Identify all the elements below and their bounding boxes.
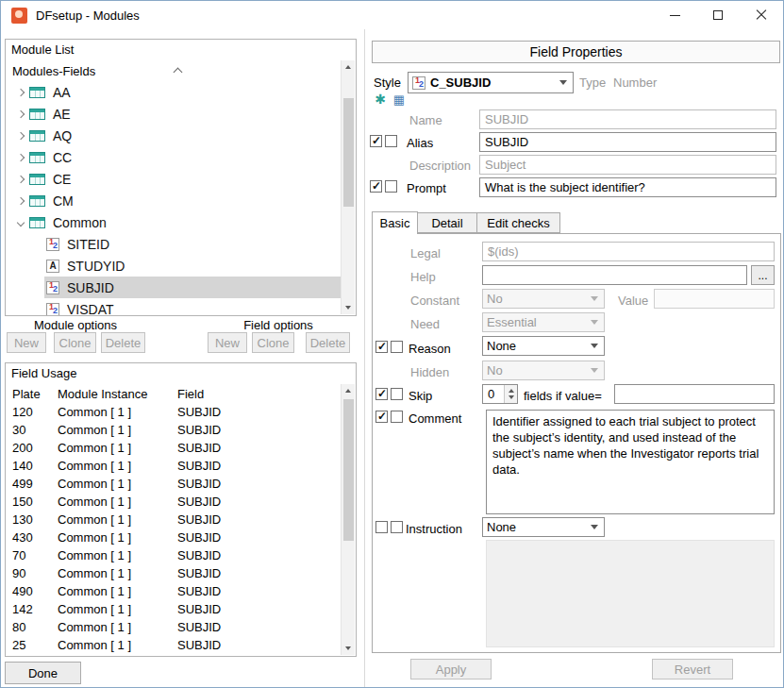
alias-checkbox-2[interactable]: [385, 135, 397, 147]
field-usage-row[interactable]: 130Common [ 1 ]SUBJID: [7, 511, 342, 529]
field-delete-button[interactable]: Delete: [306, 332, 350, 353]
maximize-icon: [713, 10, 723, 20]
field-usage-row[interactable]: 430Common [ 1 ]SUBJID: [7, 529, 342, 546]
tree-header[interactable]: Modules-Fields: [7, 60, 342, 81]
expand-arrow-icon[interactable]: [12, 176, 29, 182]
module-delete-button[interactable]: Delete: [101, 332, 145, 353]
field-usage-row[interactable]: 25Common [ 1 ]SUBJID: [7, 636, 342, 654]
prompt-input[interactable]: What is the subject identifier?: [479, 177, 776, 197]
module-clone-button[interactable]: Clone: [54, 332, 96, 353]
field-usage-row[interactable]: 70Common [ 1 ]SUBJID: [7, 546, 342, 564]
cell: Common [ 1 ]: [58, 405, 177, 419]
tree-item-ce[interactable]: CE: [7, 168, 342, 190]
field-usage-row[interactable]: 120Common [ 1 ]SUBJID: [7, 403, 342, 421]
instruction-textarea[interactable]: [486, 540, 775, 647]
tree-scrollbar-thumb[interactable]: [343, 98, 354, 207]
tree-item-aq[interactable]: AQ: [7, 125, 342, 146]
skip-value-input[interactable]: [614, 384, 775, 404]
usage-scrollbar-thumb[interactable]: [343, 399, 354, 541]
cell: Common [ 1 ]: [58, 602, 177, 616]
legal-input[interactable]: $(ids): [482, 242, 775, 261]
spinner-arrows-icon[interactable]: [504, 385, 517, 403]
module-new-button[interactable]: New: [7, 332, 46, 353]
field-usage-row[interactable]: 142Common [ 1 ]SUBJID: [7, 600, 342, 618]
reason-dropdown[interactable]: None: [482, 336, 605, 356]
field-usage-row[interactable]: 140Common [ 1 ]SUBJID: [7, 457, 342, 475]
revert-button[interactable]: Revert: [652, 659, 733, 680]
alias-input[interactable]: SUBJID: [479, 132, 776, 152]
hidden-dropdown[interactable]: No: [482, 361, 605, 380]
column-header: Module Instance: [58, 387, 177, 401]
tree-item-studyid[interactable]: ASTUDYID: [44, 255, 342, 277]
maximize-button[interactable]: [696, 1, 740, 29]
tree-item-aa[interactable]: AA: [7, 81, 342, 103]
comment-label: Comment: [409, 411, 461, 426]
prompt-checkbox-1[interactable]: [370, 180, 382, 193]
tree-item-common[interactable]: Common: [7, 211, 342, 233]
skip-checkbox-1[interactable]: [375, 388, 388, 400]
reason-checkbox-1[interactable]: [375, 341, 388, 353]
help-browse-button[interactable]: ...: [751, 265, 775, 285]
style-dropdown[interactable]: 12 C_SUBJID: [408, 72, 574, 93]
prompt-checkbox-2[interactable]: [385, 180, 397, 193]
scroll-down-icon[interactable]: [342, 301, 355, 314]
cell: SUBJID: [177, 584, 342, 598]
skip-count-spinner[interactable]: 0: [482, 384, 518, 404]
scroll-up-icon[interactable]: [342, 384, 355, 397]
instruction-dropdown[interactable]: None: [482, 517, 605, 537]
comment-textarea[interactable]: Identifier assigned to each trial subjec…: [486, 410, 775, 514]
close-button[interactable]: [740, 1, 783, 29]
comment-checkbox-1[interactable]: [375, 411, 388, 423]
pinwheel-icon[interactable]: ✱: [373, 92, 388, 107]
tree-item-siteid[interactable]: 12SITEID: [44, 233, 342, 255]
tree-item-label: AA: [53, 85, 71, 100]
collapse-arrow-icon[interactable]: [12, 220, 29, 226]
expand-arrow-icon[interactable]: [12, 133, 29, 139]
name-input[interactable]: SUBJID: [479, 109, 776, 129]
minimize-button[interactable]: [653, 1, 696, 29]
instruction-checkbox-2[interactable]: [391, 521, 403, 533]
module-list-group: Module List Modules-Fields AAAEAQCCCECMC…: [5, 39, 357, 316]
value-input[interactable]: [654, 289, 775, 309]
tab-basic[interactable]: Basic: [372, 211, 418, 234]
reason-checkbox-2[interactable]: [391, 341, 403, 353]
expand-arrow-icon[interactable]: [12, 198, 29, 204]
comment-checkbox-2[interactable]: [391, 411, 403, 423]
description-input[interactable]: Subject: [479, 155, 776, 175]
constant-dropdown[interactable]: No: [482, 289, 605, 309]
field-new-button[interactable]: New: [208, 332, 247, 353]
alias-checkbox-1[interactable]: [370, 135, 382, 147]
tree-scrollbar[interactable]: [341, 60, 355, 314]
tree-item-ae[interactable]: AE: [7, 103, 342, 125]
tab-edit-checks[interactable]: Edit checks: [476, 212, 560, 233]
done-button[interactable]: Done: [5, 662, 81, 684]
skip-checkbox-2[interactable]: [391, 388, 403, 400]
tab-detail[interactable]: Detail: [417, 212, 477, 233]
expand-arrow-icon[interactable]: [12, 111, 29, 117]
field-clone-button[interactable]: Clone: [252, 332, 294, 353]
field-usage-row[interactable]: 499Common [ 1 ]SUBJID: [7, 475, 342, 493]
field-usage-row[interactable]: 80Common [ 1 ]SUBJID: [7, 618, 342, 636]
close-icon: [756, 9, 767, 21]
field-usage-row[interactable]: 200Common [ 1 ]SUBJID: [7, 439, 342, 457]
grid-icon[interactable]: ▦: [392, 92, 407, 107]
usage-scrollbar[interactable]: [341, 384, 355, 655]
tree-item-subjid[interactable]: 12SUBJID: [44, 277, 342, 298]
tree-item-cm[interactable]: CM: [7, 190, 342, 211]
scroll-up-icon[interactable]: [342, 60, 355, 74]
expand-arrow-icon[interactable]: [12, 90, 29, 95]
need-dropdown[interactable]: Essential: [482, 312, 605, 332]
help-input[interactable]: [482, 265, 747, 285]
scroll-down-icon[interactable]: [342, 642, 355, 655]
tree-item-cc[interactable]: CC: [7, 146, 342, 168]
window-controls: [653, 1, 783, 29]
tree-item-visdat[interactable]: 12VISDAT: [44, 298, 342, 315]
instruction-checkbox-1[interactable]: [375, 521, 388, 533]
expand-arrow-icon[interactable]: [12, 155, 29, 160]
apply-button[interactable]: Apply: [410, 659, 492, 680]
field-usage-row[interactable]: 150Common [ 1 ]SUBJID: [7, 493, 342, 511]
field-usage-row[interactable]: 30Common [ 1 ]SUBJID: [7, 421, 342, 439]
field-usage-row[interactable]: 490Common [ 1 ]SUBJID: [7, 582, 342, 600]
cell: SUBJID: [177, 638, 342, 652]
field-usage-row[interactable]: 90Common [ 1 ]SUBJID: [7, 564, 342, 582]
